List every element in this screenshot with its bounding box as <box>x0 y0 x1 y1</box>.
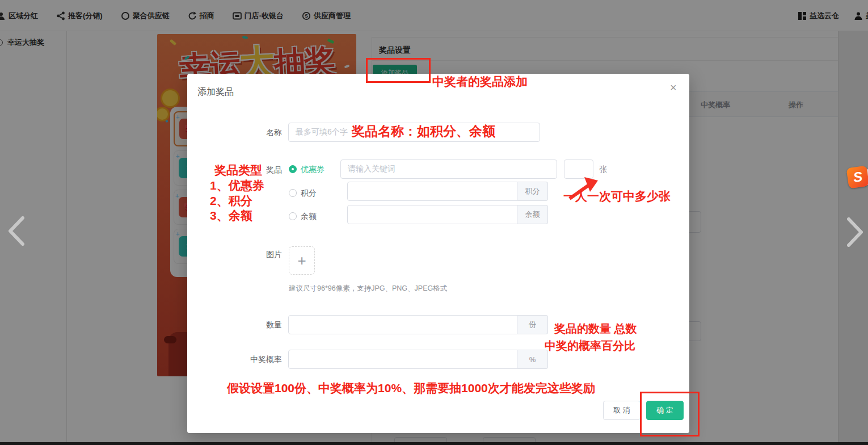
modal-title: 添加奖品 <box>197 86 234 98</box>
coupon-placeholder: 请输入关键词 <box>348 164 395 174</box>
prev-image-button[interactable] <box>6 215 27 247</box>
points-radio[interactable] <box>289 189 297 197</box>
points-suffix: 积分 <box>517 182 548 201</box>
annotation-qty-2: 中奖的概率百分比 <box>545 338 635 354</box>
annotation-type-3: 3、余额 <box>210 208 252 224</box>
annotation-bottom: 假设设置100份、中奖概率为10%、那需要抽1000次才能发完这些奖励 <box>227 380 595 396</box>
name-label: 名称 <box>191 128 282 138</box>
screenshot-tool-logo[interactable]: S <box>848 166 868 188</box>
annotation-type-1: 1、优惠券 <box>210 178 264 194</box>
coupon-radio-label[interactable]: 优惠券 <box>301 165 325 175</box>
quantity-suffix: 份 <box>517 315 548 334</box>
annotation-box-add-prize <box>366 58 431 83</box>
annotation-per-draw: 一人一次可中多少张 <box>563 188 671 204</box>
annotation-qty-1: 奖品的数量 总数 <box>554 321 637 337</box>
name-placeholder: 最多可填6个字 <box>296 127 348 137</box>
probability-label: 中奖概率 <box>191 355 282 365</box>
points-input[interactable] <box>347 182 517 201</box>
coupon-unit-label: 张 <box>599 165 607 175</box>
image-upload-box[interactable]: + <box>289 246 315 275</box>
image-label: 图片 <box>191 250 282 260</box>
probability-input[interactable] <box>288 350 517 369</box>
coupon-radio[interactable] <box>289 165 297 173</box>
plus-icon: + <box>297 252 306 270</box>
annotation-type-2: 2、积分 <box>210 193 252 209</box>
probability-suffix: % <box>517 350 548 369</box>
s-letter: S <box>852 169 863 186</box>
quantity-label: 数量 <box>191 320 282 330</box>
annotation-box-confirm <box>640 392 700 436</box>
cancel-button[interactable]: 取 消 <box>603 401 641 420</box>
balance-radio[interactable] <box>289 212 297 220</box>
points-radio-label[interactable]: 积分 <box>301 188 317 199</box>
close-icon[interactable]: × <box>670 82 677 93</box>
annotation-type-title: 奖品类型 <box>214 162 262 178</box>
coupon-keyword-input[interactable]: 请输入关键词 <box>340 159 557 179</box>
balance-suffix: 余额 <box>517 205 548 224</box>
balance-radio-label[interactable]: 余额 <box>301 212 317 222</box>
next-image-button[interactable] <box>844 216 866 249</box>
app-root: 区域分红 推客(分销) 聚合供应链 招商 门店-收银台 <box>0 0 868 445</box>
annotation-add-prize: 中奖者的奖品添加 <box>432 74 528 90</box>
image-hint: 建议尺寸96*96像素，支持JPG、PNG、JPEG格式 <box>289 284 447 293</box>
quantity-input[interactable] <box>288 315 517 334</box>
balance-input[interactable] <box>347 205 517 224</box>
annotation-name-hint: 奖品名称：如积分、余额 <box>352 123 495 140</box>
